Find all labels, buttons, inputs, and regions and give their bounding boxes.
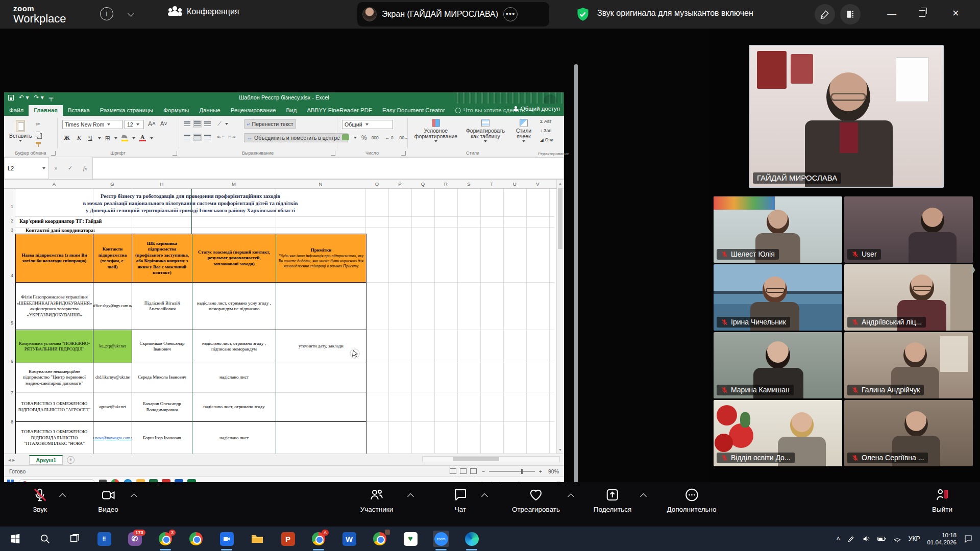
- ribbon-tab-home[interactable]: Главная: [29, 105, 63, 116]
- percent-icon[interactable]: %: [361, 134, 367, 141]
- format-as-table-button[interactable]: Форматировать как таблицу: [461, 119, 509, 142]
- zoom-slider[interactable]: [489, 471, 535, 472]
- cancel-entry-icon[interactable]: ×: [54, 165, 57, 171]
- video-tile[interactable]: Відділ освіти До...: [714, 400, 842, 466]
- audio-button[interactable]: Звук: [32, 487, 47, 513]
- video-tile[interactable]: Галина Андрійчук: [844, 332, 973, 398]
- ribbon-tab-layout[interactable]: Разметка страницы: [95, 105, 158, 116]
- cell-head-8[interactable]: Бочаров Олександр Володимирович: [132, 392, 192, 422]
- zoom-out-icon[interactable]: −: [482, 468, 485, 474]
- increase-decimal-icon[interactable]: ←.0: [385, 135, 394, 140]
- font-size-combo[interactable]: 12: [125, 120, 144, 129]
- borders-icon[interactable]: ⊞: [105, 135, 110, 142]
- video-tile[interactable]: User: [844, 196, 973, 263]
- header-status[interactable]: Статус взаємодії (перший контакт, резуль…: [192, 234, 276, 283]
- share-workbook-button[interactable]: Общий доступ: [513, 106, 560, 112]
- underline-dropdown-icon[interactable]: [98, 137, 101, 139]
- audio-options-chevron-icon[interactable]: [59, 493, 66, 500]
- autosum-button[interactable]: Σ Авт: [540, 119, 552, 124]
- cell-contact-6[interactable]: ku_prp@ukr.net: [93, 330, 132, 363]
- cell-contact-8[interactable]: agroset@ukr.net: [93, 392, 132, 422]
- cell-notes-9[interactable]: [276, 422, 366, 454]
- sheet-nav-icons[interactable]: ◂ ▸: [8, 457, 15, 463]
- merge-center-button[interactable]: ⇔ Объединить и поместить в центре: [244, 133, 348, 142]
- horizontal-scrollbar[interactable]: [422, 456, 560, 462]
- video-options-chevron-icon[interactable]: [131, 493, 137, 500]
- cell-notes-8[interactable]: [276, 392, 366, 422]
- increase-indent-icon[interactable]: ≡⇥: [228, 134, 235, 140]
- wrap-text-button[interactable]: ⤶ Перенести текст: [244, 119, 296, 129]
- restore-button[interactable]: [919, 10, 925, 17]
- tab-options-icon[interactable]: •••: [503, 7, 518, 21]
- font-dialog-launcher[interactable]: [173, 151, 177, 156]
- side-panel-button[interactable]: [840, 4, 861, 24]
- font-name-combo[interactable]: Times New Rom: [62, 120, 122, 129]
- vertical-scroll-thumb[interactable]: [558, 188, 562, 249]
- align-middle-icon[interactable]: [194, 121, 201, 127]
- chrome-photo-icon[interactable]: [372, 531, 388, 547]
- more-button[interactable]: Дополнительно: [667, 487, 716, 513]
- participants-chevron-icon[interactable]: [407, 493, 414, 500]
- align-top-icon[interactable]: [184, 121, 190, 127]
- cell-head-5[interactable]: Підлісний Віталій Анатолійович: [132, 283, 192, 330]
- cell-contact-9-link[interactable]: pk.nova@novaagro.com.ua: [93, 422, 132, 454]
- grow-font-icon[interactable]: A˄: [148, 120, 156, 128]
- close-button[interactable]: ×: [952, 7, 959, 20]
- number-format-combo[interactable]: Общий: [342, 120, 393, 129]
- word-icon[interactable]: W: [341, 531, 357, 547]
- add-sheet-icon[interactable]: +: [67, 456, 75, 464]
- cell-notes-7[interactable]: [276, 363, 366, 392]
- header-notes[interactable]: Примітки *будь-яка інша інфомація про пі…: [276, 234, 366, 283]
- tray-chevron-icon[interactable]: ˄: [837, 535, 840, 542]
- powerpoint-icon[interactable]: P: [280, 531, 296, 547]
- fill-button[interactable]: ↓ Зап: [540, 128, 551, 133]
- clipboard-dialog-launcher[interactable]: [51, 151, 56, 156]
- column-headers[interactable]: A G H M N O P Q R S T U V: [4, 180, 564, 189]
- align-left-icon[interactable]: [184, 135, 190, 140]
- accounting-format-icon[interactable]: [342, 134, 349, 141]
- cell-head-9[interactable]: Борш Ігор Іванович: [132, 422, 192, 454]
- header-head[interactable]: ШБ керівника підприємства (профільного з…: [132, 234, 192, 283]
- leave-button[interactable]: Выйти: [932, 487, 952, 513]
- shrink-font-icon[interactable]: A˅: [160, 120, 167, 127]
- video-tile[interactable]: Шелест Юлія: [714, 196, 842, 263]
- edge-icon[interactable]: [463, 531, 480, 547]
- pinned-blue-app-icon[interactable]: ⠿: [96, 531, 112, 547]
- cell-notes-5[interactable]: [276, 283, 366, 330]
- tray-volume-icon[interactable]: [862, 535, 870, 543]
- clear-button[interactable]: ◢ Очи: [540, 137, 553, 142]
- video-button[interactable]: Видео: [98, 487, 118, 513]
- video-tile[interactable]: Андріївський ліц...: [844, 264, 973, 331]
- fill-color-icon[interactable]: [121, 135, 128, 141]
- cell-head-6[interactable]: Скрипніков Олександр Іванович: [132, 330, 192, 363]
- annotate-button[interactable]: [815, 4, 835, 24]
- participants-button[interactable]: Участники: [360, 487, 394, 513]
- panel-collapse-chevron-icon[interactable]: ❯: [970, 263, 976, 276]
- cell-status-6[interactable]: надіслано лист, отримано згоду , підписа…: [192, 330, 276, 363]
- tray-network-icon[interactable]: [893, 535, 901, 542]
- minimize-button[interactable]: —: [887, 9, 896, 19]
- formula-input[interactable]: [93, 157, 564, 179]
- chrome-profile-icon[interactable]: [188, 531, 204, 547]
- tray-battery-icon[interactable]: [877, 536, 886, 542]
- chrome-icon[interactable]: 3: [157, 531, 174, 547]
- tab-conference[interactable]: Конференция: [168, 6, 239, 17]
- align-center-icon[interactable]: [194, 135, 201, 140]
- ribbon-tab-file[interactable]: Файл: [4, 105, 29, 116]
- tray-pen-icon[interactable]: [847, 535, 855, 543]
- name-box[interactable]: L2: [4, 157, 49, 179]
- cell-name-7[interactable]: Комунальне некомерційне підприємство "Це…: [16, 363, 93, 392]
- paste-button[interactable]: Вставить: [9, 120, 32, 142]
- zoom-app-icon[interactable]: zoom: [433, 531, 449, 547]
- orientation-icon[interactable]: ⟋: [217, 120, 222, 127]
- cell-name-6[interactable]: Комунальна установа "ПОЖЕЖНО-РЯТУВАЛЬНИЙ…: [16, 330, 93, 363]
- viber-icon[interactable]: ✆173: [127, 531, 143, 547]
- cell-name-5[interactable]: Філія Газопромислове управління «ШЕБЕЛИН…: [16, 283, 93, 330]
- sheet-tab-arkush1[interactable]: Аркуш1: [29, 455, 63, 465]
- cell-head-7[interactable]: Середа Микола Іванович: [132, 363, 192, 392]
- cell-status-9[interactable]: надіслано лист: [192, 422, 276, 454]
- green-heart-app-icon[interactable]: ♥: [402, 531, 419, 547]
- header-name[interactable]: Назва підприємства (з яким Ви хотіли би …: [16, 234, 93, 283]
- normal-view-icon[interactable]: [450, 468, 456, 474]
- file-explorer-icon[interactable]: [249, 531, 265, 547]
